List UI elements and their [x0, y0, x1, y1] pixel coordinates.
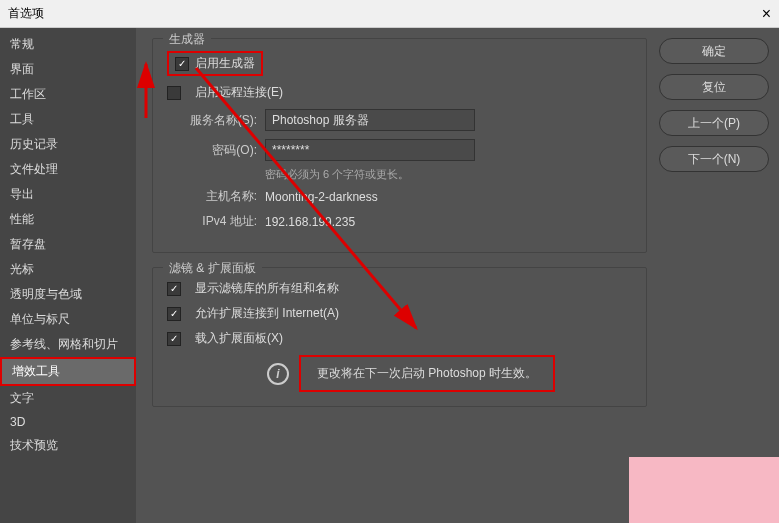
ip-value: 192.168.199.235	[265, 215, 355, 229]
generator-fieldset: 生成器 启用生成器 启用远程连接(E) 服务名称(S): 密码(O): 密码必须…	[152, 38, 647, 253]
info-icon: i	[267, 363, 289, 385]
sidebar-item-guides[interactable]: 参考线、网格和切片	[0, 332, 136, 357]
sidebar-item-scratch[interactable]: 暂存盘	[0, 232, 136, 257]
pink-overlay	[629, 457, 779, 523]
plugins-fieldset: 滤镜 & 扩展面板 显示滤镜库的所有组和名称 允许扩展连接到 Internet(…	[152, 267, 647, 407]
password-hint: 密码必须为 6 个字符或更长。	[265, 167, 632, 182]
sidebar-item-performance[interactable]: 性能	[0, 207, 136, 232]
enable-generator-checkbox[interactable]	[175, 57, 189, 71]
plugins-legend: 滤镜 & 扩展面板	[163, 260, 262, 277]
host-label: 主机名称:	[167, 188, 257, 205]
show-all-filters-checkbox[interactable]	[167, 282, 181, 296]
sidebar-item-cursor[interactable]: 光标	[0, 257, 136, 282]
sidebar-item-workspace[interactable]: 工作区	[0, 82, 136, 107]
host-value: Moonting-2-darkness	[265, 190, 378, 204]
main-panel: 生成器 启用生成器 启用远程连接(E) 服务名称(S): 密码(O): 密码必须…	[136, 28, 659, 523]
password-label: 密码(O):	[167, 142, 257, 159]
sidebar-item-type[interactable]: 文字	[0, 386, 136, 411]
prev-button[interactable]: 上一个(P)	[659, 110, 769, 136]
enable-generator-label: 启用生成器	[195, 55, 255, 72]
sidebar-item-history[interactable]: 历史记录	[0, 132, 136, 157]
close-icon[interactable]: ×	[762, 5, 771, 23]
sidebar-item-techpreview[interactable]: 技术预览	[0, 433, 136, 458]
enable-remote-label: 启用远程连接(E)	[195, 84, 283, 101]
sidebar-item-units[interactable]: 单位与标尺	[0, 307, 136, 332]
service-name-label: 服务名称(S):	[167, 112, 257, 129]
dialog-buttons: 确定 复位 上一个(P) 下一个(N)	[659, 28, 779, 523]
dialog-title: 首选项	[8, 5, 44, 22]
sidebar-item-plugins[interactable]: 增效工具	[0, 357, 136, 386]
sidebar-item-filehandling[interactable]: 文件处理	[0, 157, 136, 182]
sidebar-item-general[interactable]: 常规	[0, 32, 136, 57]
sidebar-item-3d[interactable]: 3D	[0, 411, 136, 433]
sidebar-item-export[interactable]: 导出	[0, 182, 136, 207]
ok-button[interactable]: 确定	[659, 38, 769, 64]
sidebar: 常规 界面 工作区 工具 历史记录 文件处理 导出 性能 暂存盘 光标 透明度与…	[0, 28, 136, 523]
service-name-input[interactable]	[265, 109, 475, 131]
restart-info-text: 更改将在下一次启动 Photoshop 时生效。	[299, 355, 555, 392]
load-panels-label: 载入扩展面板(X)	[195, 330, 283, 347]
load-panels-checkbox[interactable]	[167, 332, 181, 346]
reset-button[interactable]: 复位	[659, 74, 769, 100]
allow-internet-label: 允许扩展连接到 Internet(A)	[195, 305, 339, 322]
sidebar-item-transparency[interactable]: 透明度与色域	[0, 282, 136, 307]
sidebar-item-tools[interactable]: 工具	[0, 107, 136, 132]
ip-label: IPv4 地址:	[167, 213, 257, 230]
show-all-filters-label: 显示滤镜库的所有组和名称	[195, 280, 339, 297]
sidebar-item-interface[interactable]: 界面	[0, 57, 136, 82]
allow-internet-checkbox[interactable]	[167, 307, 181, 321]
next-button[interactable]: 下一个(N)	[659, 146, 769, 172]
enable-remote-checkbox[interactable]	[167, 86, 181, 100]
generator-legend: 生成器	[163, 31, 211, 48]
password-input[interactable]	[265, 139, 475, 161]
